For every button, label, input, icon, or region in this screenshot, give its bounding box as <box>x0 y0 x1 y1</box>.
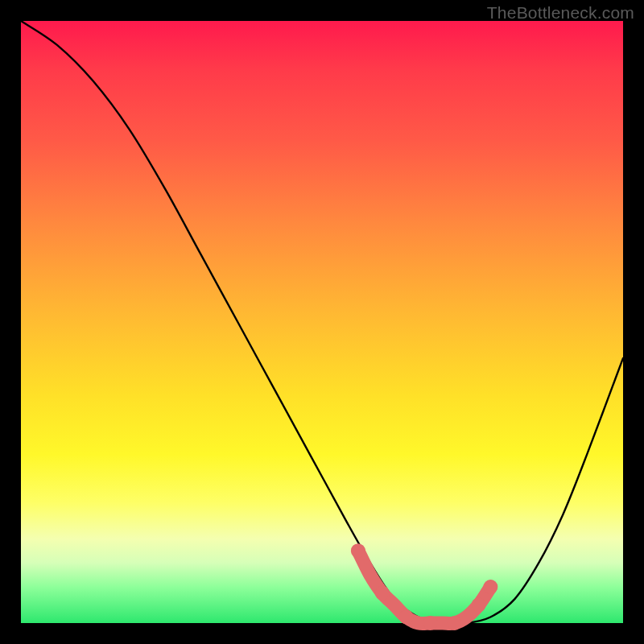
bottleneck-curve <box>21 21 623 624</box>
highlight-dot <box>448 616 462 630</box>
highlight-dot <box>399 610 414 625</box>
highlight-dot <box>483 580 497 594</box>
chart-svg <box>21 21 623 623</box>
highlight-markers <box>351 543 498 630</box>
plot-area <box>21 21 623 623</box>
watermark-text: TheBottleneck.com <box>487 3 634 23</box>
highlight-dot <box>472 598 486 613</box>
highlight-dot <box>375 586 390 601</box>
highlight-dot <box>351 543 365 558</box>
highlight-dot <box>423 616 438 630</box>
chart-frame: TheBottleneck.com <box>0 0 644 644</box>
